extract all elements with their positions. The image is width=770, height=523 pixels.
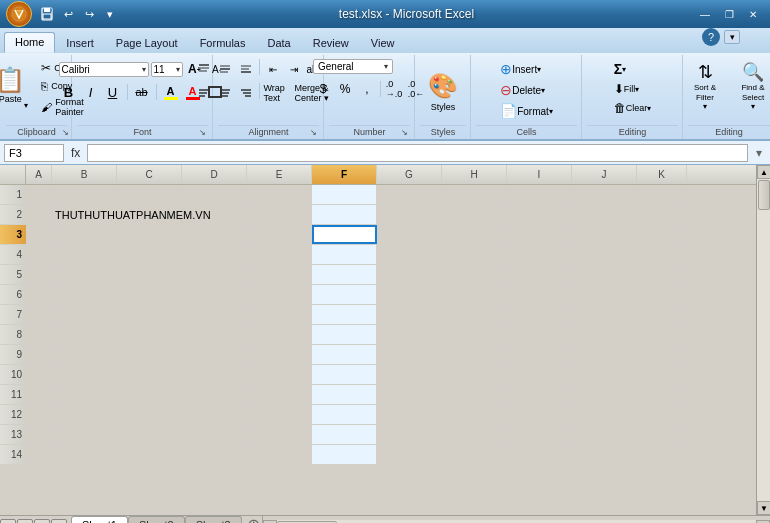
clipboard-expand[interactable]: ↘ bbox=[62, 128, 69, 137]
sheet-prev-btn[interactable]: ◀ bbox=[17, 519, 33, 524]
cell-f1[interactable] bbox=[312, 185, 377, 204]
corner-cell[interactable] bbox=[0, 165, 26, 185]
formula-symbol[interactable]: fx bbox=[68, 146, 83, 160]
scroll-down-button[interactable]: ▼ bbox=[757, 501, 770, 515]
sheet-first-btn[interactable]: |◀ bbox=[0, 519, 16, 524]
insert-button[interactable]: ⊕ Insert ▾ bbox=[496, 59, 545, 79]
tab-data[interactable]: Data bbox=[256, 33, 301, 53]
align-right-button[interactable] bbox=[236, 83, 256, 103]
cell-d4[interactable] bbox=[182, 245, 247, 264]
tab-insert[interactable]: Insert bbox=[55, 33, 105, 53]
percent-button[interactable]: % bbox=[335, 79, 355, 99]
top-align-button[interactable] bbox=[194, 59, 214, 79]
cell-h4[interactable] bbox=[442, 245, 507, 264]
scroll-right-button[interactable]: ▶ bbox=[756, 520, 770, 524]
italic-button[interactable]: I bbox=[81, 82, 101, 102]
cell-k4[interactable] bbox=[637, 245, 687, 264]
restore-button[interactable]: ❐ bbox=[718, 5, 740, 23]
cell-f4[interactable] bbox=[312, 245, 377, 264]
inc-decimal-button[interactable]: .0→.0 bbox=[384, 79, 404, 99]
cell-c3[interactable] bbox=[117, 225, 182, 244]
cell-i2[interactable] bbox=[507, 205, 572, 224]
redo-quick-btn[interactable]: ↪ bbox=[80, 5, 98, 23]
cell-c1[interactable] bbox=[117, 185, 182, 204]
find-select-button[interactable]: 🔍 Find &Select ▾ bbox=[731, 59, 770, 113]
cell-g1[interactable] bbox=[377, 185, 442, 204]
row-6[interactable]: 6 bbox=[0, 285, 26, 305]
comma-button[interactable]: , bbox=[357, 79, 377, 99]
align-left-button[interactable] bbox=[194, 83, 214, 103]
cell-a1[interactable] bbox=[26, 185, 52, 204]
cell-k1[interactable] bbox=[637, 185, 687, 204]
format-button[interactable]: 📄 Format ▾ bbox=[496, 101, 557, 121]
sheet-last-btn[interactable]: ▶| bbox=[51, 519, 67, 524]
col-header-k[interactable]: K bbox=[637, 165, 687, 184]
cell-d1[interactable] bbox=[182, 185, 247, 204]
col-header-h[interactable]: H bbox=[442, 165, 507, 184]
new-sheet-button[interactable]: ⊕ bbox=[246, 516, 262, 523]
formula-expand-btn[interactable]: ▾ bbox=[752, 146, 766, 160]
scroll-track-horizontal[interactable] bbox=[277, 520, 756, 524]
cell-i1[interactable] bbox=[507, 185, 572, 204]
cell-g2[interactable] bbox=[377, 205, 442, 224]
cell-k2[interactable] bbox=[637, 205, 687, 224]
bot-align-button[interactable] bbox=[236, 59, 256, 79]
tab-review[interactable]: Review bbox=[302, 33, 360, 53]
col-header-e[interactable]: E bbox=[247, 165, 312, 184]
tab-formulas[interactable]: Formulas bbox=[189, 33, 257, 53]
row-2[interactable]: 2 bbox=[0, 205, 26, 225]
row-4[interactable]: 4 bbox=[0, 245, 26, 265]
cell-c4[interactable] bbox=[117, 245, 182, 264]
row-5[interactable]: 5 bbox=[0, 265, 26, 285]
cell-i4[interactable] bbox=[507, 245, 572, 264]
sort-filter-button[interactable]: ⇅ Sort &Filter ▾ bbox=[683, 59, 727, 113]
close-button[interactable]: ✕ bbox=[742, 5, 764, 23]
cell-i3[interactable] bbox=[507, 225, 572, 244]
currency-button[interactable]: $ bbox=[313, 79, 333, 99]
cell-j4[interactable] bbox=[572, 245, 637, 264]
cell-b3[interactable] bbox=[52, 225, 117, 244]
increase-indent-button[interactable]: ⇥ bbox=[284, 59, 304, 79]
quick-access-dropdown[interactable]: ▾ bbox=[101, 5, 119, 23]
scroll-track-vertical[interactable] bbox=[757, 179, 770, 501]
ribbon-minimize-button[interactable]: ▾ bbox=[724, 30, 740, 44]
cell-j3[interactable] bbox=[572, 225, 637, 244]
row-12[interactable]: 12 bbox=[0, 405, 26, 425]
cell-f3[interactable] bbox=[312, 225, 377, 244]
fill-color-button[interactable]: A bbox=[161, 82, 181, 102]
strikethrough-button[interactable]: ab bbox=[132, 82, 152, 102]
row-8[interactable]: 8 bbox=[0, 325, 26, 345]
cell-d3[interactable] bbox=[182, 225, 247, 244]
row-10[interactable]: 10 bbox=[0, 365, 26, 385]
office-button[interactable] bbox=[6, 1, 32, 27]
save-quick-btn[interactable] bbox=[38, 5, 56, 23]
col-header-j[interactable]: J bbox=[572, 165, 637, 184]
col-header-a[interactable]: A bbox=[26, 165, 52, 184]
cell-e3[interactable] bbox=[247, 225, 312, 244]
bold-button[interactable]: B bbox=[59, 82, 79, 102]
cell-a4[interactable] bbox=[26, 245, 52, 264]
col-header-g[interactable]: G bbox=[377, 165, 442, 184]
fill-button[interactable]: ⬇ Fill ▾ bbox=[610, 80, 644, 98]
clear-button[interactable]: 🗑 Clear ▾ bbox=[610, 99, 656, 117]
styles-label-btn[interactable]: Styles bbox=[431, 102, 456, 112]
cell-b2[interactable]: THUTHUTHUATPHANMEM.VN bbox=[52, 205, 117, 224]
minimize-button[interactable]: — bbox=[694, 5, 716, 23]
font-size-select[interactable]: 11 ▾ bbox=[151, 62, 183, 77]
styles-button[interactable]: 🎨 bbox=[428, 72, 458, 100]
scroll-thumb-vertical[interactable] bbox=[758, 180, 770, 210]
sum-button[interactable]: Σ ▾ bbox=[610, 59, 630, 79]
cell-e4[interactable] bbox=[247, 245, 312, 264]
col-header-f[interactable]: F bbox=[312, 165, 377, 184]
cell-e2[interactable] bbox=[247, 205, 312, 224]
number-format-select[interactable]: General ▾ bbox=[313, 59, 393, 74]
font-name-select[interactable]: Calibri ▾ bbox=[59, 62, 149, 77]
sheet-tab-2[interactable]: Sheet2 bbox=[128, 516, 185, 523]
h-scrollbar[interactable]: ◀ ▶ bbox=[262, 516, 770, 523]
decrease-indent-button[interactable]: ⇤ bbox=[263, 59, 283, 79]
undo-quick-btn[interactable]: ↩ bbox=[59, 5, 77, 23]
cell-j2[interactable] bbox=[572, 205, 637, 224]
col-header-i[interactable]: I bbox=[507, 165, 572, 184]
row-7[interactable]: 7 bbox=[0, 305, 26, 325]
cell-h3[interactable] bbox=[442, 225, 507, 244]
